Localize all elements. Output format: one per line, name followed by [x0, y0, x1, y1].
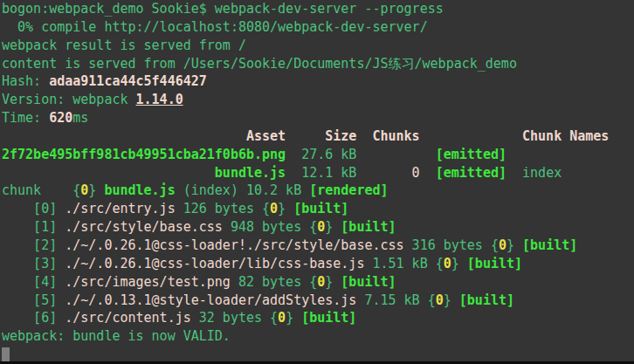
text-segment: }: [325, 219, 341, 235]
text-segment: [emitted]: [436, 147, 507, 162]
text-segment: ./src/content.js: [65, 310, 191, 326]
text-segment: [built]: [293, 201, 348, 216]
text-segment: [built]: [341, 219, 396, 235]
text-segment: adaa911ca44c5f446427: [49, 73, 207, 89]
text-segment: chunk {: [2, 182, 80, 198]
text-segment: 948 bytes {: [223, 219, 317, 235]
text-segment: ./~/.0.13.1@style-loader/addStyles.js: [65, 292, 356, 308]
text-segment: (index) 10.2 kB: [176, 182, 310, 198]
terminal-line: [4] ./src/images/test.png 82 bytes {0} […: [2, 273, 634, 292]
text-segment: }: [278, 201, 293, 216]
text-segment: 0: [317, 274, 325, 290]
text-segment: [built]: [522, 237, 577, 253]
terminal-line: [6] ./src/content.js 32 bytes {0} [built…: [2, 309, 634, 327]
text-segment: }: [507, 237, 522, 253]
text-segment: }: [444, 292, 459, 308]
terminal-line: [0] ./src/entry.js 126 bytes {0} [built]: [2, 200, 634, 218]
text-segment: }: [451, 256, 467, 271]
text-segment: [5]: [2, 292, 65, 308]
text-segment: ./src/entry.js: [65, 201, 175, 216]
terminal-line: bogon:webpack_demo Sookie$ webpack-dev-s…: [2, 0, 634, 18]
text-segment: ./~/.0.26.1@css-loader!./src/style/base.…: [65, 237, 403, 253]
text-segment: [4]: [2, 274, 65, 290]
text-segment: ./src/images/test.png: [65, 274, 231, 290]
text-segment: 0: [80, 182, 88, 198]
text-segment: 1.14.0: [136, 92, 183, 107]
text-segment: [3]: [2, 256, 65, 271]
terminal-line: Asset Size Chunks Chunk Names: [2, 127, 634, 146]
text-segment: 620: [49, 110, 72, 126]
terminal-line: bundle.js 12.1 kB 0 [emitted] index: [2, 164, 634, 182]
terminal-line: Version: webpack 1.14.0: [2, 91, 634, 109]
text-segment: 2f72be495bff981cb49951cba21f0b6b.png: [2, 147, 286, 162]
text-segment: bundle.js: [215, 165, 286, 181]
text-segment: ./src/style/base.css: [65, 219, 223, 235]
text-segment: index: [507, 165, 562, 181]
text-segment: ./~/.0.26.1@css-loader/lib/css-base.js: [65, 256, 364, 271]
text-segment: 12.1 kB: [286, 165, 356, 181]
text-segment: 0: [444, 256, 451, 271]
terminal-line: 2f72be495bff981cb49951cba21f0b6b.png 27.…: [2, 146, 634, 164]
text-segment: [built]: [459, 292, 514, 308]
text-segment: [built]: [341, 274, 396, 290]
terminal-screen[interactable]: bogon:webpack_demo Sookie$ webpack-dev-s…: [2, 0, 634, 364]
text-segment: Asset Size Chunks Chunk Names: [2, 128, 609, 144]
terminal-cursor: [2, 347, 10, 361]
text-segment: 0: [356, 165, 419, 181]
terminal-line: chunk {0} bundle.js (index) 10.2 kB [ren…: [2, 182, 634, 200]
terminal-line: Hash: adaa911ca44c5f446427: [2, 72, 634, 91]
terminal-line: webpack: bundle is now VALID.: [2, 327, 634, 346]
text-segment: }: [88, 182, 104, 198]
terminal-line: content is served from /Users/Sookie/Doc…: [2, 55, 634, 73]
text-segment: [2]: [2, 237, 65, 253]
text-segment: [2, 165, 215, 181]
text-segment: }: [325, 274, 341, 290]
text-segment: [rendered]: [309, 182, 388, 198]
terminal-line: [5] ./~/.0.13.1@style-loader/addStyles.j…: [2, 292, 634, 310]
text-segment: [emitted]: [436, 165, 507, 181]
text-segment: ms: [72, 110, 88, 126]
text-segment: 32 bytes {: [191, 310, 278, 326]
terminal-line: [3] ./~/.0.26.1@css-loader/lib/css-base.…: [2, 255, 634, 273]
text-segment: webpack: bundle is now VALID.: [2, 328, 231, 344]
text-segment: [1]: [2, 219, 65, 235]
terminal-window: bogon:webpack_demo Sookie$ webpack-dev-s…: [0, 0, 634, 364]
text-segment: [420, 165, 436, 181]
text-segment: [6]: [2, 310, 65, 326]
text-segment: Version: webpack: [2, 92, 136, 107]
text-segment: 0: [499, 237, 507, 253]
text-segment: 0% compile http://localhost:8080/webpack…: [2, 19, 428, 35]
text-segment: 1.51 kB {: [364, 256, 443, 271]
text-segment: Time:: [2, 110, 49, 126]
text-segment: 316 bytes {: [404, 237, 499, 253]
text-segment: 82 bytes {: [231, 274, 317, 290]
text-segment: 27.6 kB: [286, 147, 436, 162]
text-segment: bogon:webpack_demo Sookie$ webpack-dev-s…: [2, 1, 444, 17]
text-segment: content is served from /Users/Sookie/Doc…: [2, 56, 517, 72]
terminal-line: Time: 620ms: [2, 109, 634, 127]
text-segment: [0]: [2, 201, 65, 216]
text-segment: 0: [278, 310, 286, 326]
text-segment: bundle.js: [104, 182, 175, 198]
terminal-line: [1] ./src/style/base.css 948 bytes {0} […: [2, 218, 634, 237]
terminal-line: 0% compile http://localhost:8080/webpack…: [2, 18, 634, 37]
terminal-line: webpack result is served from /: [2, 37, 634, 55]
terminal-line: [2] ./~/.0.26.1@css-loader!./src/style/b…: [2, 237, 634, 255]
text-segment: webpack result is served from /: [2, 38, 246, 53]
text-segment: 126 bytes {: [176, 201, 270, 216]
text-segment: [built]: [467, 256, 522, 271]
text-segment: 0: [270, 201, 278, 216]
text-segment: 0: [436, 292, 444, 308]
text-segment: 0: [317, 219, 325, 235]
text-segment: 7.15 kB {: [356, 292, 435, 308]
text-segment: Hash:: [2, 73, 49, 89]
text-segment: [built]: [301, 310, 356, 326]
text-segment: }: [286, 310, 301, 326]
